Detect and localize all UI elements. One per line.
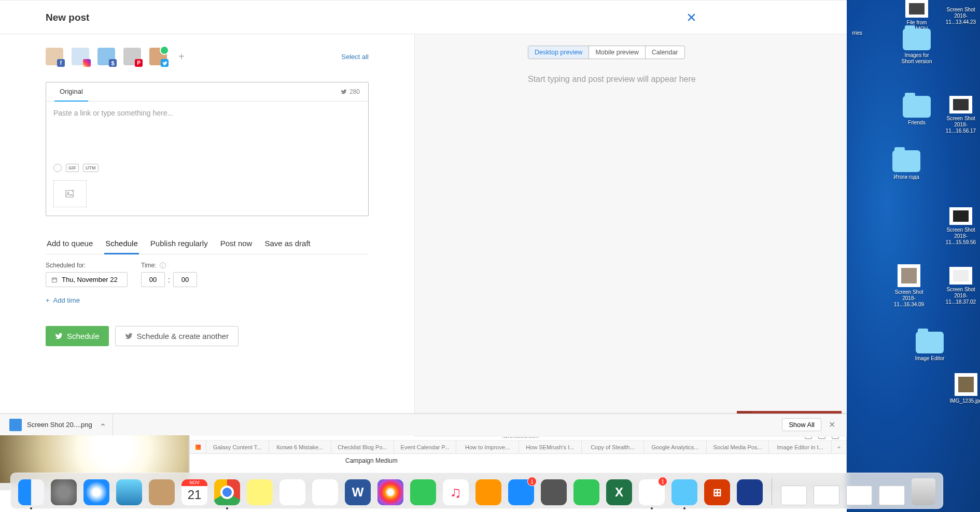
desktop-file-rries[interactable]: rries — [847, 30, 867, 36]
dock-slack[interactable]: 1 — [639, 479, 665, 505]
etab-4[interactable]: How to Improve... — [456, 440, 519, 453]
account-slack[interactable]: $ — [97, 48, 115, 65]
image-plus-icon — [64, 188, 76, 200]
add-account-button[interactable]: + — [175, 50, 188, 63]
desktop-file-ss-1634[interactable]: Screen Shot 2018-11...16.34.09 — [891, 264, 927, 308]
account-twitter-selected[interactable] — [149, 48, 167, 65]
desktop-file-ios-mov[interactable]: File from iOS.MOV — [899, 0, 935, 32]
etab-6[interactable]: Copy of Stealth... — [582, 440, 645, 453]
dock-preview[interactable] — [671, 479, 697, 505]
svg-rect-2 — [52, 278, 57, 282]
tab-post-now[interactable]: Post now — [219, 234, 254, 254]
desktop-folder-itogi[interactable]: Итоги года — [888, 150, 925, 180]
show-all-button[interactable]: Show All — [782, 418, 821, 431]
dock-notes[interactable] — [247, 479, 273, 505]
dock-messages[interactable] — [410, 479, 436, 505]
dock-office[interactable]: ⊞ — [704, 479, 730, 505]
etab-2[interactable]: Checklist Blog Po... — [331, 440, 394, 453]
dock-contacts[interactable] — [149, 479, 175, 505]
desktop-file-ss-1656[interactable]: Screen Shot 2018-11...16.56.17 — [943, 96, 979, 134]
download-item[interactable]: Screen Shot 20....png — [6, 414, 113, 435]
etab-9[interactable]: Image Editor in t... — [769, 440, 832, 453]
tab-schedule[interactable]: Schedule — [104, 234, 139, 254]
dock-min-window-2[interactable] — [814, 486, 839, 505]
desktop-folder-image-editor[interactable]: Image Editor — [912, 332, 948, 362]
plus-icon: + — [46, 296, 50, 304]
accounts-list: f $ P + — [46, 48, 188, 65]
schedule-button[interactable]: Schedule — [46, 326, 109, 346]
time-colon: : — [168, 276, 170, 284]
page-title: New post — [46, 12, 89, 23]
dock-excel[interactable]: X — [606, 479, 632, 505]
publish-tabs: Add to queue Schedule Publish regularly … — [46, 234, 369, 254]
dock-launchpad[interactable] — [51, 479, 77, 505]
emoji-button[interactable] — [53, 164, 62, 172]
macos-dock: NOV21 W ♫ 1 X 1 ⊞ — [10, 473, 943, 509]
account-facebook[interactable]: f — [46, 48, 63, 65]
desktop-file-ss-1344[interactable]: Screen Shot 2018-11...13.44.23 — [943, 7, 979, 25]
etab-7[interactable]: Google Analytics... — [644, 440, 707, 453]
dock-finder[interactable] — [18, 479, 44, 505]
dock-camtasia[interactable] — [737, 479, 763, 505]
preview-tab-calendar[interactable]: Calendar — [646, 46, 684, 59]
info-icon[interactable]: i — [160, 262, 166, 268]
dock-word[interactable]: W — [345, 479, 371, 505]
preview-tab-mobile[interactable]: Mobile preview — [589, 46, 645, 59]
desktop-file-ss-1837[interactable]: Screen Shot 2018-11...18.37.02 — [943, 267, 979, 305]
preview-tab-desktop[interactable]: Desktop preview — [528, 46, 589, 59]
dock-trash[interactable] — [912, 478, 935, 505]
dock-chrome[interactable] — [214, 479, 240, 505]
tab-add-to-queue[interactable]: Add to queue — [46, 234, 94, 254]
account-pinterest[interactable]: P — [123, 48, 141, 65]
schedule-another-button[interactable]: Schedule & create another — [115, 326, 239, 346]
download-filename: Screen Shot 20....png — [27, 421, 92, 429]
shelf-close-button[interactable]: ✕ — [823, 417, 841, 433]
date-input[interactable]: Thu, November 22 — [46, 272, 128, 287]
dock-mail[interactable] — [116, 479, 142, 505]
dock-safari[interactable] — [83, 479, 109, 505]
dock-calendar[interactable]: NOV21 — [181, 479, 207, 505]
dock-min-window-4[interactable] — [879, 486, 905, 505]
editor-tab-plus[interactable]: + — [832, 440, 846, 453]
hour-input[interactable] — [141, 272, 165, 287]
dock-itunes[interactable]: ♫ — [443, 479, 469, 505]
char-count-value: 280 — [349, 88, 360, 95]
compose-textarea[interactable] — [53, 109, 361, 155]
editor-tab-fav[interactable] — [190, 440, 206, 453]
dock-min-window-3[interactable] — [846, 486, 872, 505]
dock-ibooks[interactable] — [475, 479, 501, 505]
etab-8[interactable]: Social Media Pos... — [707, 440, 769, 453]
app-header: New post — [0, 5, 847, 34]
etab-3[interactable]: Event Calendar P... — [394, 440, 457, 453]
add-time-link[interactable]: + Add time — [46, 296, 369, 304]
dock-appstore[interactable]: 1 — [508, 479, 534, 505]
desktop-folder-friends[interactable]: Friends — [899, 96, 935, 126]
dock-google-calendar[interactable] — [312, 479, 338, 505]
close-button[interactable] — [683, 9, 699, 26]
gif-button[interactable]: GIF — [66, 164, 79, 172]
etab-0[interactable]: Galaxy Content T... — [206, 440, 269, 453]
editor-tabs-row: Galaxy Content T... Копия 6 Mistake... C… — [190, 440, 846, 454]
etab-5[interactable]: How SEMrush's I... — [519, 440, 582, 453]
tab-save-as-draft[interactable]: Save as draft — [263, 234, 311, 254]
add-image-button[interactable] — [53, 180, 87, 207]
close-icon — [688, 13, 695, 21]
chevron-up-icon[interactable] — [101, 422, 105, 427]
desktop-file-ss-1559[interactable]: Screen Shot 2018-11...15.59.56 — [943, 207, 979, 246]
desktop-file-img1235[interactable]: IMG_1235.jpg — [948, 373, 980, 404]
composer-tab-original[interactable]: Original — [54, 82, 88, 102]
composer: Original 280 GIF UTM — [46, 82, 369, 216]
dock-settings[interactable] — [541, 479, 567, 505]
dock-facetime[interactable] — [573, 479, 599, 505]
utm-button[interactable]: UTM — [83, 164, 99, 172]
pinterest-icon: P — [135, 59, 143, 67]
tab-publish-regularly[interactable]: Publish regularly — [149, 234, 209, 254]
account-instagram[interactable] — [72, 48, 89, 65]
dock-min-window-1[interactable] — [781, 486, 807, 505]
dock-photos[interactable] — [377, 479, 403, 505]
etab-1[interactable]: Копия 6 Mistake... — [269, 440, 332, 453]
dock-reminders[interactable] — [279, 479, 305, 505]
select-all-link[interactable]: Select all — [341, 53, 369, 61]
desktop-folder-images-short[interactable]: Images for Short version — [899, 29, 935, 65]
minute-input[interactable] — [173, 272, 197, 287]
